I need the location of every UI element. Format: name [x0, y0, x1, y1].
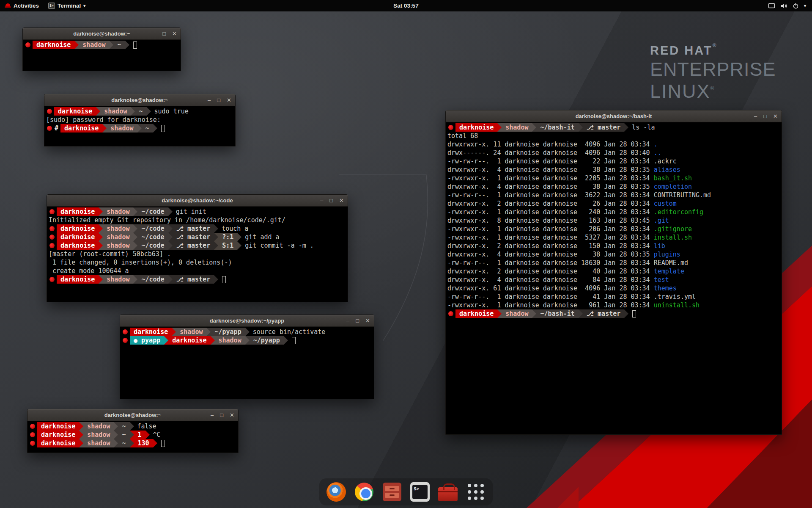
prompt-segment-path: ~	[118, 431, 129, 439]
terminal-content[interactable]: darknoiseshadow~falsedarknoiseshadow~1^C…	[27, 421, 238, 453]
close-button[interactable]: ✕	[227, 94, 231, 106]
prompt-segment-host: shadow	[83, 431, 114, 439]
segment-arrow-icon	[206, 328, 211, 336]
terminal-content[interactable]: darknoiseshadow~/pyappsource bin/activat…	[120, 327, 374, 399]
close-button[interactable]: ✕	[339, 195, 344, 207]
chevron-down-icon: ▾	[804, 3, 806, 8]
prompt-segment-user: darknoise	[37, 439, 79, 447]
file-name: .git	[654, 216, 669, 225]
command-text: git commit -a -m .	[241, 241, 314, 250]
segment-arrow-icon	[99, 207, 103, 216]
chrome-icon[interactable]	[354, 482, 374, 502]
minimize-button[interactable]: –	[754, 110, 757, 122]
prompt-segment-user: darknoise	[60, 124, 102, 133]
command-text: git add a	[241, 233, 279, 241]
brand-red-hat: RED HAT	[650, 44, 713, 57]
segment-arrow-icon	[131, 107, 135, 116]
prompt-segment-path: ~/bash-it	[536, 123, 578, 132]
terminal-content[interactable]: darknoiseshadow~sudo true[sudo] password…	[44, 106, 235, 146]
power-icon	[793, 3, 799, 9]
minimize-button[interactable]: –	[208, 94, 211, 106]
system-status-area[interactable]: ▾	[768, 0, 812, 11]
maximize-button[interactable]: □	[763, 110, 767, 122]
files-icon[interactable]	[382, 482, 402, 502]
terminal-content[interactable]: darknoiseshadow~/codegit initInitialized…	[47, 207, 348, 302]
prompt-segment-path: ~/code	[137, 275, 168, 284]
maximize-button[interactable]: □	[329, 195, 333, 207]
segment-arrow-icon	[168, 275, 173, 284]
redhat-prompt-icon	[448, 125, 453, 130]
window-titlebar[interactable]: darknoise@shadow:~/code – □ ✕	[47, 195, 348, 207]
prompt-line: darknoiseshadow~/pyappsource bin/activat…	[122, 328, 372, 336]
segment-arrow-icon	[214, 224, 218, 233]
segment-arrow-icon	[133, 207, 137, 216]
volume-icon	[780, 3, 787, 9]
prompt-segment-path: ~	[118, 422, 129, 431]
ls-columns: drwxrwxr-x. 8 darknoise darknoise 163 Ja…	[447, 216, 654, 225]
maximize-button[interactable]: □	[220, 409, 223, 421]
ls-columns: -rw-rw-r--. 1 darknoise darknoise 22 Jan…	[447, 157, 654, 166]
display-icon	[768, 3, 775, 9]
window-titlebar[interactable]: darknoise@shadow:~ – □ ✕	[27, 409, 238, 421]
ls-columns: -rw-rw-r--. 1 darknoise darknoise 41 Jan…	[447, 293, 654, 301]
segment-arrow-icon	[284, 336, 288, 345]
close-button[interactable]: ✕	[773, 110, 778, 122]
maximize-button[interactable]: □	[162, 28, 166, 40]
terminal-content[interactable]: darknoiseshadow~/bash-it⎇ masterls -lato…	[446, 122, 782, 434]
segment-arrow-icon	[99, 275, 103, 284]
clock[interactable]: Sat 03:57	[393, 3, 418, 9]
prompt-segment-path: ~/code	[137, 207, 168, 216]
minimize-button[interactable]: –	[320, 195, 323, 207]
segment-arrow-icon	[147, 107, 151, 116]
segment-arrow-icon	[579, 123, 583, 132]
close-button[interactable]: ✕	[365, 315, 370, 327]
output-line: drwxrwxr-x. 4 darknoise darknoise 38 Jan…	[447, 182, 780, 191]
prompt-segment-host: shadow	[215, 336, 245, 345]
app-menu-terminal[interactable]: $> Terminal ▾	[44, 0, 90, 11]
minimize-button[interactable]: –	[153, 28, 156, 40]
maximize-button[interactable]: □	[217, 94, 220, 106]
segment-arrow-icon	[153, 439, 157, 447]
output-line: -rwxrwxr-x. 1 darknoise darknoise 5327 J…	[447, 233, 780, 242]
segment-arrow-icon	[99, 233, 103, 241]
redhat-prompt-icon	[448, 311, 453, 316]
activities-button[interactable]: Activities	[0, 0, 44, 11]
segment-arrow-icon	[214, 241, 218, 250]
prompt-segment-host: shadow	[103, 275, 133, 284]
ls-columns: -rwxrwxr-x. 1 darknoise darknoise 2205 J…	[447, 174, 654, 182]
output-line: 1 file changed, 0 insertions(+), 0 delet…	[49, 258, 346, 267]
ls-columns: drwxrwxr-x. 2 darknoise darknoise 150 Ja…	[447, 242, 654, 250]
window-title: darknoise@shadow:~	[27, 409, 238, 421]
segment-arrow-icon	[114, 439, 118, 447]
segment-arrow-icon	[168, 207, 173, 216]
window-titlebar[interactable]: darknoise@shadow:~ – □ ✕	[23, 28, 181, 40]
window-titlebar[interactable]: darknoise@shadow:~/bash-it – □ ✕	[446, 110, 782, 122]
minimize-button[interactable]: –	[211, 409, 214, 421]
terminal-icon[interactable]: $>	[410, 482, 430, 502]
window-titlebar[interactable]: darknoise@shadow:~ – □ ✕	[44, 94, 235, 106]
ls-columns: drwxrwxr-x. 4 darknoise darknoise 38 Jan…	[447, 182, 654, 191]
segment-arrow-icon	[214, 233, 218, 241]
close-button[interactable]: ✕	[172, 28, 177, 40]
prompt-segment-path: ~/code	[137, 224, 168, 233]
segment-arrow-icon	[214, 275, 218, 284]
app-grid-icon[interactable]	[466, 482, 486, 502]
window-titlebar[interactable]: darknoise@shadow:~/pyapp – □ ✕	[120, 315, 374, 327]
prompt-segment-git2: S:1	[218, 241, 237, 250]
close-button[interactable]: ✕	[230, 409, 234, 421]
maximize-button[interactable]: □	[356, 315, 359, 327]
toolbox-icon[interactable]	[438, 482, 458, 502]
output-line: [master (root-commit) 50bcb63] .	[49, 250, 346, 258]
window-title: darknoise@shadow:~/bash-it	[446, 110, 782, 122]
redhat-prompt-icon	[30, 432, 35, 437]
minimize-button[interactable]: –	[346, 315, 349, 327]
terminal-content[interactable]: darknoiseshadow~	[23, 40, 181, 71]
ls-columns: drwxrwxr-x. 2 darknoise darknoise 40 Jan…	[447, 267, 654, 276]
prompt-segment-git: ⎇ master	[173, 275, 214, 284]
prompt-segment-git: ⎇ master	[173, 241, 214, 250]
file-name: .	[654, 140, 658, 149]
segment-arrow-icon	[532, 309, 536, 318]
segment-arrow-icon	[624, 123, 628, 132]
prompt-line: darknoiseshadow~/bash-it⎇ master	[447, 309, 780, 318]
firefox-icon[interactable]	[326, 482, 346, 502]
